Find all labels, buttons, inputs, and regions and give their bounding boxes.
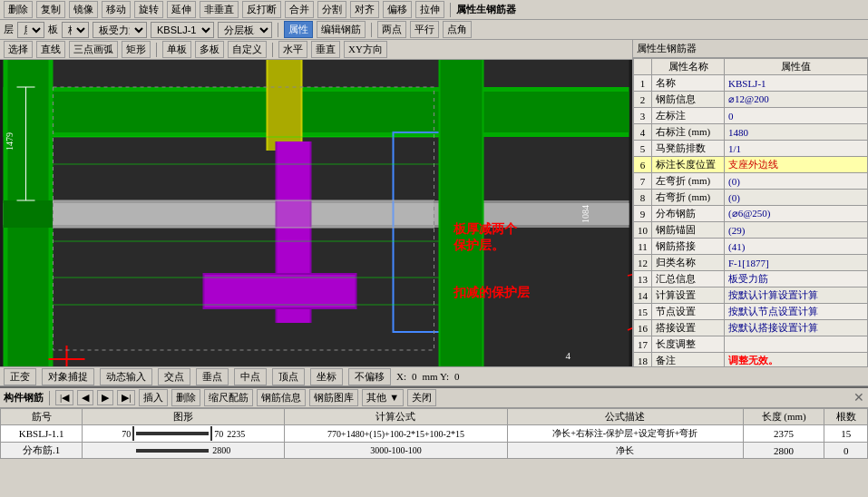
prop-name: 搭接设置: [652, 320, 725, 336]
rotate-btn[interactable]: 旋转: [134, 1, 163, 18]
annot-note2: 保护层。: [454, 238, 504, 254]
rect-btn[interactable]: 矩形: [122, 41, 151, 58]
member-select[interactable]: KBSLJ-1: [151, 22, 214, 38]
other-btn[interactable]: 其他 ▼: [362, 389, 404, 406]
vertical-btn[interactable]: 垂直: [311, 41, 340, 58]
nav-first[interactable]: |◀: [55, 390, 73, 405]
line-btn[interactable]: 直线: [36, 41, 65, 58]
offset-btn[interactable]: 偏移: [383, 1, 412, 18]
property-row[interactable]: 4 右标注 (mm) 1480: [634, 124, 868, 141]
rebar-count: 0: [824, 443, 868, 459]
prop-id: 18: [634, 353, 652, 367]
non-perp-btn[interactable]: 非垂直: [200, 1, 239, 18]
three-pts-btn[interactable]: 三点画弧: [69, 41, 118, 58]
parallel-btn[interactable]: 平行: [410, 21, 439, 38]
intersect-btn[interactable]: 交点: [158, 368, 190, 385]
floor-select[interactable]: 分层板1: [218, 22, 272, 38]
cad-canvas[interactable]: 1479 1084 4: [0, 60, 632, 366]
property-row[interactable]: 15 节点设置 按默认节点设置计算: [634, 304, 868, 320]
property-row[interactable]: 14 计算设置 按默认计算设置计算: [634, 287, 868, 304]
property-row[interactable]: 2 钢筋信息 ⌀12@200: [634, 92, 868, 108]
close-btn[interactable]: 关闭: [407, 389, 436, 406]
prop-value: (29): [725, 222, 868, 239]
attr-btn[interactable]: 属性: [284, 21, 313, 38]
prop-id: 7: [634, 173, 652, 190]
property-row[interactable]: 17 长度调整: [634, 336, 868, 353]
property-row[interactable]: 7 左弯折 (mm) (0): [634, 173, 868, 190]
property-row[interactable]: 1 名称 KBSLJ-1: [634, 75, 868, 92]
stretch-btn[interactable]: 拉伸: [415, 1, 444, 18]
two-pts-btn[interactable]: 两点: [377, 21, 406, 38]
prop-value: (41): [725, 239, 868, 255]
no-offset-btn[interactable]: 不偏移: [348, 368, 391, 385]
midpoint-btn[interactable]: 中点: [234, 368, 267, 385]
rebar-info-btn[interactable]: 钢筋信息: [257, 389, 306, 406]
col-name-header: 属性名称: [652, 59, 725, 75]
rebar-type-select[interactable]: 板受力筋: [93, 22, 147, 38]
split-btn[interactable]: 分割: [317, 1, 346, 18]
top-btn[interactable]: 顶点: [272, 368, 305, 385]
property-row[interactable]: 12 归类名称 F-1[1877]: [634, 255, 868, 271]
canvas-area[interactable]: 选择 直线 三点画弧 矩形 单板 多板 自定义 水平 垂直 XY方向: [0, 40, 632, 366]
svg-text:4: 4: [566, 350, 571, 361]
board-select[interactable]: 板: [62, 22, 89, 38]
scale-rebar-btn[interactable]: 缩尺配筋: [204, 389, 253, 406]
coord-btn[interactable]: 坐标: [310, 368, 343, 385]
right-panel: 属性生钢筋器 属性名称 属性值 1 名称 KBSLJ-12 钢筋信息 ⌀12@2…: [632, 40, 868, 366]
extend-btn[interactable]: 延伸: [167, 1, 196, 18]
remove-btn[interactable]: 删除: [171, 389, 200, 406]
board-label: 板: [48, 23, 58, 36]
snap-btn[interactable]: 对象捕捉: [42, 368, 94, 385]
property-row[interactable]: 11 钢筋搭接 (41): [634, 239, 868, 255]
col-jinhao: 筋号: [1, 409, 83, 425]
rebar-row[interactable]: KBSLJ-1.1 70702235 770+1480+(15)+100-2*1…: [1, 425, 868, 443]
gravity-btn[interactable]: 垂点: [196, 368, 229, 385]
property-row[interactable]: 18 备注 调整无效。: [634, 353, 868, 367]
rebar-row[interactable]: 分布筋.1 2800 3000-100-100 净长 2800 0: [1, 443, 868, 459]
sep4: [156, 43, 157, 57]
property-row[interactable]: 6 标注长度位置 支座外边线: [634, 157, 868, 173]
separator: [450, 3, 451, 17]
dynamic-input-btn[interactable]: 动态输入: [100, 368, 152, 385]
copy-btn[interactable]: 复制: [36, 1, 65, 18]
col-id: [634, 59, 652, 75]
property-row[interactable]: 5 马凳筋排数 1/1: [634, 141, 868, 157]
property-row[interactable]: 8 右弯折 (mm) (0): [634, 190, 868, 206]
toolbar-top: 删除 复制 镜像 移动 旋转 延伸 非垂直 反打断 合并 分割 对齐 偏移 拉伸…: [0, 0, 868, 20]
select-btn[interactable]: 选择: [4, 41, 33, 58]
insert-btn[interactable]: 插入: [139, 389, 168, 406]
angle-pt-btn[interactable]: 点角: [443, 21, 472, 38]
prop-name: 名称: [652, 75, 725, 92]
custom-btn[interactable]: 自定义: [228, 41, 267, 58]
rebar-lib-btn[interactable]: 钢筋图库: [309, 389, 358, 406]
break-btn[interactable]: 反打断: [242, 1, 281, 18]
prop-value: F-1[1877]: [725, 255, 868, 271]
layer-label: 层: [4, 23, 14, 36]
normal-mode[interactable]: 正变: [4, 368, 36, 385]
single-board-btn[interactable]: 单板: [162, 41, 191, 58]
property-row[interactable]: 3 左标注 0: [634, 108, 868, 124]
layer-select[interactable]: 层: [17, 22, 44, 38]
merge-btn[interactable]: 合并: [285, 1, 314, 18]
right-panel-title: 属性生钢筋器: [637, 42, 697, 55]
multi-board-btn[interactable]: 多板: [195, 41, 224, 58]
nav-next[interactable]: ▶: [97, 390, 113, 405]
svg-rect-24: [54, 200, 434, 228]
nav-prev[interactable]: ◀: [77, 390, 93, 405]
property-row[interactable]: 13 汇总信息 板受力筋: [634, 271, 868, 287]
svg-text:1479: 1479: [5, 132, 15, 151]
move-btn[interactable]: 移动: [102, 1, 131, 18]
mirror-btn[interactable]: 镜像: [69, 1, 98, 18]
rebar-id: KBSLJ-1.1: [1, 425, 83, 443]
align-btn[interactable]: 对齐: [350, 1, 379, 18]
delete-btn[interactable]: 删除: [4, 1, 33, 18]
property-row[interactable]: 16 搭接设置 按默认搭接设置计算: [634, 320, 868, 336]
close-x-btn[interactable]: ✕: [853, 390, 864, 405]
edit-rebar-btn[interactable]: 编辑钢筋: [317, 21, 366, 38]
property-row[interactable]: 10 钢筋锚固 (29): [634, 222, 868, 239]
xy-btn[interactable]: XY方向: [344, 41, 387, 58]
horizontal-btn[interactable]: 水平: [278, 41, 307, 58]
prop-id: 14: [634, 287, 652, 304]
nav-last[interactable]: ▶|: [117, 390, 135, 405]
property-row[interactable]: 9 分布钢筋 (⌀6@250): [634, 206, 868, 222]
